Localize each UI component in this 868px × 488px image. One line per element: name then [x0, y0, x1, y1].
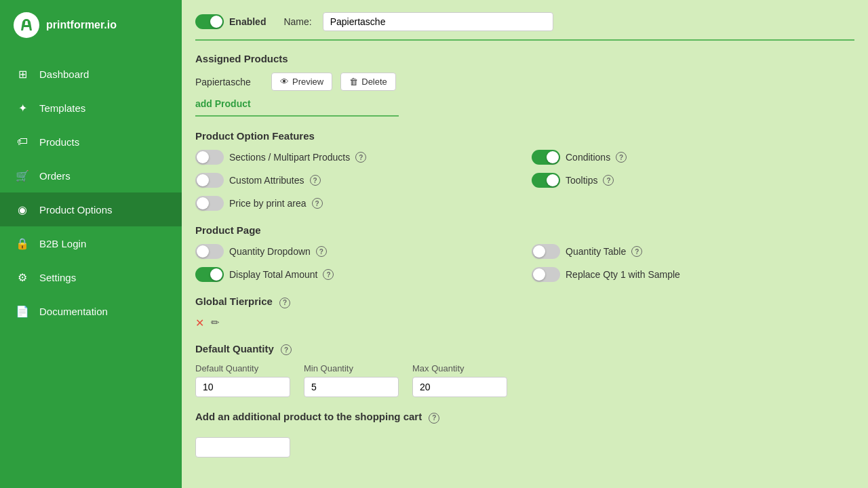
custom-attrs-row: Custom Attributes ? — [195, 173, 518, 188]
settings-icon: ⚙ — [15, 270, 30, 285]
default-quantity-title: Default Quantity ? — [195, 343, 854, 356]
price-by-print-toggle[interactable] — [195, 196, 224, 211]
display-total-help-icon[interactable]: ? — [323, 269, 334, 280]
product-name: Papiertasche — [195, 77, 263, 87]
replace-qty-toggle[interactable] — [532, 267, 560, 282]
qty-dropdown-toggle[interactable] — [195, 244, 224, 259]
delete-label: Delete — [361, 77, 387, 87]
add-product-link[interactable]: add Product — [195, 98, 251, 109]
max-qty-field: Max Quantity — [412, 363, 507, 397]
price-by-print-label: Price by print area — [229, 198, 307, 209]
sidebar-item-b2b-login[interactable]: 🔒 B2B Login — [0, 226, 182, 260]
custom-attrs-help-icon[interactable]: ? — [310, 175, 321, 186]
sidebar-label-documentation: Documentation — [39, 306, 108, 317]
preview-button[interactable]: 👁 Preview — [271, 73, 332, 91]
qty-table-toggle[interactable] — [532, 244, 560, 259]
enabled-toggle[interactable] — [195, 14, 224, 29]
min-qty-label: Min Quantity — [304, 363, 399, 373]
orders-icon: 🛒 — [15, 168, 30, 183]
product-page-section: Product Page Quantity Dropdown ? Display… — [195, 224, 854, 282]
product-option-features-section: Product Option Features Sections / Multi… — [195, 130, 854, 211]
documentation-icon: 📄 — [15, 304, 30, 319]
default-qty-label: Default Quantity — [195, 363, 290, 373]
qty-table-help-icon[interactable]: ? — [631, 246, 642, 257]
delete-button[interactable]: 🗑 Delete — [340, 73, 396, 91]
assigned-products-section: Assigned Products Papiertasche 👁 Preview… — [195, 53, 854, 117]
conditions-toggle[interactable] — [532, 150, 560, 165]
global-tierprice-help-icon[interactable]: ? — [279, 298, 290, 308]
sidebar-nav: ⊞ Dashboard ✦ Templates 🏷 Products 🛒 Ord… — [0, 57, 182, 328]
sidebar-item-product-options[interactable]: ◉ Product Options — [0, 192, 182, 226]
sidebar-label-products: Products — [39, 136, 79, 148]
default-qty-input[interactable] — [195, 377, 290, 397]
tooltips-toggle[interactable] — [532, 173, 560, 188]
global-tierprice-section: Global Tierprice ? ✕ ✏ — [195, 296, 854, 329]
templates-icon: ✦ — [15, 100, 30, 115]
logo-icon — [14, 12, 39, 38]
preview-icon: 👁 — [280, 77, 289, 87]
sidebar: printformer.io ⊞ Dashboard ✦ Templates 🏷… — [0, 0, 182, 488]
custom-attrs-label: Custom Attributes — [229, 175, 304, 186]
product-row: Papiertasche 👁 Preview 🗑 Delete — [195, 73, 854, 91]
additional-product-help-icon[interactable]: ? — [429, 413, 439, 424]
display-total-row: Display Total Amount ? — [195, 267, 518, 282]
tooltips-row: Tooltips ? — [532, 173, 854, 188]
qty-table-row: Quantity Table ? — [532, 244, 854, 259]
default-quantity-section: Default Quantity ? Default Quantity Min … — [195, 343, 854, 398]
sidebar-item-settings[interactable]: ⚙ Settings — [0, 260, 182, 294]
tierprice-edit-button[interactable]: ✏ — [211, 317, 220, 329]
additional-product-label: Add an additional product to the shoppin… — [195, 411, 422, 422]
preview-label: Preview — [292, 77, 323, 87]
product-page-title: Product Page — [195, 224, 854, 236]
product-page-left: Quantity Dropdown ? Display Total Amount… — [195, 244, 518, 282]
sections-toggle[interactable] — [195, 150, 224, 165]
display-total-toggle[interactable] — [195, 267, 224, 282]
max-qty-label: Max Quantity — [412, 363, 507, 373]
sections-row: Sections / Multipart Products ? — [195, 150, 518, 165]
custom-attrs-toggle[interactable] — [195, 173, 224, 188]
features-grid: Sections / Multipart Products ? Custom A… — [195, 150, 854, 211]
qty-dropdown-help-icon[interactable]: ? — [316, 246, 327, 257]
divider — [195, 115, 399, 117]
qty-dropdown-row: Quantity Dropdown ? — [195, 244, 518, 259]
sidebar-item-products[interactable]: 🏷 Products — [0, 125, 182, 159]
additional-product-input[interactable] — [195, 437, 290, 458]
min-qty-input[interactable] — [304, 377, 399, 397]
sidebar-item-documentation[interactable]: 📄 Documentation — [0, 294, 182, 328]
enabled-label: Enabled — [229, 16, 266, 27]
logo-text: printformer.io — [46, 19, 117, 31]
logo: printformer.io — [0, 0, 182, 50]
default-quantity-help-icon[interactable]: ? — [281, 344, 292, 355]
conditions-help-icon[interactable]: ? — [616, 152, 627, 163]
name-input[interactable] — [323, 12, 553, 31]
max-qty-input[interactable] — [412, 377, 507, 397]
b2b-login-icon: 🔒 — [15, 236, 30, 251]
replace-qty-row: Replace Qty 1 with Sample — [532, 267, 854, 282]
min-qty-field: Min Quantity — [304, 363, 399, 397]
enabled-toggle-group: Enabled — [195, 14, 266, 29]
sidebar-item-orders[interactable]: 🛒 Orders — [0, 159, 182, 192]
sidebar-label-settings: Settings — [39, 272, 76, 283]
products-icon: 🏷 — [15, 134, 30, 149]
features-right-col: Conditions ? Tooltips ? — [532, 150, 854, 211]
sections-label: Sections / Multipart Products — [229, 152, 350, 163]
tierprice-delete-button[interactable]: ✕ — [195, 317, 204, 329]
qty-dropdown-label: Quantity Dropdown — [229, 246, 311, 257]
dashboard-icon: ⊞ — [15, 66, 30, 81]
sidebar-item-dashboard[interactable]: ⊞ Dashboard — [0, 57, 182, 91]
tooltips-label: Tooltips — [566, 175, 597, 186]
sidebar-item-templates[interactable]: ✦ Templates — [0, 91, 182, 125]
price-by-print-help-icon[interactable]: ? — [312, 198, 323, 209]
additional-product-section: Add an additional product to the shoppin… — [195, 411, 854, 458]
default-quantity-label: Default Quantity — [195, 343, 274, 354]
name-label: Name: — [283, 16, 311, 27]
default-qty-field: Default Quantity — [195, 363, 290, 397]
product-option-features-title: Product Option Features — [195, 130, 854, 142]
price-by-print-row: Price by print area ? — [195, 196, 518, 211]
delete-icon: 🗑 — [349, 77, 358, 87]
sidebar-label-orders: Orders — [39, 170, 71, 182]
top-bar: Enabled Name: — [195, 12, 854, 41]
tooltips-help-icon[interactable]: ? — [603, 175, 614, 186]
tierprice-actions: ✕ ✏ — [195, 317, 854, 329]
sections-help-icon[interactable]: ? — [355, 152, 366, 163]
